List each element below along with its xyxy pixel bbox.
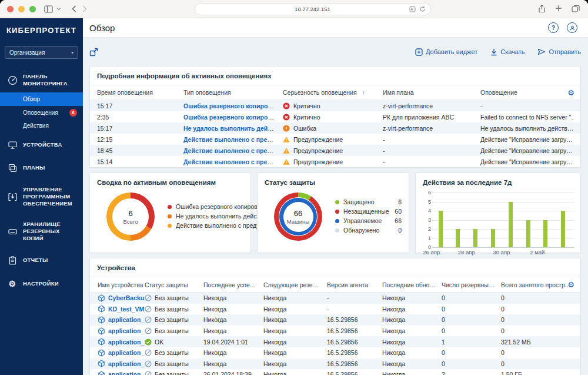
alert-type-link[interactable]: Действие выполнено с предупрежден...: [183, 158, 283, 165]
legend-dot: [168, 205, 172, 209]
table-settings-gear-icon[interactable]: ⚙: [567, 281, 574, 288]
help-icon[interactable]: ?: [548, 22, 559, 33]
reload-icon[interactable]: [419, 6, 426, 12]
alerts-table-header: Время оповещения Тип оповещения Серьезно…: [90, 85, 580, 100]
alert-type-link[interactable]: Ошибка резервного копирования: [183, 114, 283, 121]
device-name-link[interactable]: application_1064...: [108, 371, 145, 375]
column-alert-message[interactable]: Оповещение: [480, 89, 580, 96]
device-row[interactable]: application_1010...OK19.04.2024 1:01Нико…: [90, 336, 580, 347]
bar: [491, 229, 495, 247]
address-bar[interactable]: 10.77.242.151: [195, 3, 431, 15]
organization-selector[interactable]: Организация ▾: [5, 46, 78, 59]
column-backups-count[interactable]: Число резервных копий: [442, 281, 501, 288]
device-next-backup: Никогда: [263, 316, 327, 323]
device-name-link[interactable]: CyberBackup_Ag...: [108, 294, 145, 301]
alert-type-link[interactable]: Ошибка резервного копирования: [183, 102, 283, 109]
sidebar-item-backup-storage[interactable]: ХРАНИЛИЩЕ РЕЗЕРВНЫХ КОПИЙ: [0, 216, 83, 247]
column-alert-type[interactable]: Тип оповещения: [183, 89, 283, 96]
legend-label: Не удалось выполнить действ...: [176, 213, 268, 220]
device-row[interactable]: KD_test_VM_for_...Без защитыНикогдаНиког…: [90, 304, 580, 315]
column-plan-name[interactable]: Имя плана: [383, 89, 480, 96]
y-tick-label: 5: [428, 199, 431, 205]
alert-plan: -: [383, 136, 480, 143]
browser-forward-icon[interactable]: [82, 5, 87, 12]
alert-type-link[interactable]: Действие выполнено с предупрежден...: [183, 147, 283, 154]
widget-title: Действия за последние 7д: [416, 173, 580, 191]
column-next-backup[interactable]: Следующее резервно...: [263, 281, 327, 288]
device-name-link[interactable]: application_1011...: [108, 316, 145, 323]
column-agent-version[interactable]: Версия агента: [327, 281, 382, 288]
device-row[interactable]: application_1064...Без защиты26.01.2024 …: [90, 369, 580, 375]
device-name-link[interactable]: application_1064...: [108, 349, 145, 356]
reader-icon[interactable]: [409, 6, 416, 12]
reports-icon: [7, 255, 18, 266]
device-name-link[interactable]: KD_test_VM_for_...: [108, 306, 145, 313]
device-row[interactable]: CyberBackup_Ag...Без защитыНикогдаНикогд…: [90, 293, 580, 304]
device-row[interactable]: application_1064...Без защитыНикогдаНико…: [90, 347, 580, 359]
sidebar-item-overview[interactable]: Обзор: [0, 92, 83, 106]
device-name-link[interactable]: application_1011...: [108, 360, 145, 367]
device-row[interactable]: application_1011...Без защитыНикогдаНико…: [90, 314, 580, 326]
protection-legend-item: Управляемое66: [335, 217, 402, 224]
sidebar-item-plans[interactable]: ПЛАНЫ: [0, 158, 83, 178]
device-backups-count: 0: [442, 349, 501, 356]
alert-row[interactable]: 15:14Действие выполнено с предупрежден..…: [90, 156, 580, 167]
alert-type: Действие выполнено с предупрежден...: [183, 158, 283, 165]
device-name-link[interactable]: application_1011...: [108, 327, 145, 334]
device-name-link[interactable]: application_1010...: [108, 339, 145, 346]
column-last-update[interactable]: Последние обновлени...: [382, 281, 442, 288]
device-backups-count: 0: [442, 327, 501, 334]
alert-type-link[interactable]: Не удалось выполнить действие: [183, 125, 283, 132]
browser-back-icon[interactable]: [72, 5, 76, 12]
column-alert-severity[interactable]: Серьезность оповещения ↑: [283, 89, 383, 96]
column-last-backup[interactable]: Последнее успешное ...: [203, 281, 263, 288]
chevron-down-icon[interactable]: [56, 7, 61, 11]
sidebar-item-activities[interactable]: Действия: [0, 120, 83, 132]
alert-row[interactable]: 12:15Действие выполнено с предупрежден..…: [90, 134, 580, 145]
tab-overview-icon[interactable]: [572, 5, 580, 12]
device-agent-version: 16.5.29856: [327, 349, 382, 356]
alert-row[interactable]: 2:35Ошибка резервного копированияКритичн…: [90, 111, 580, 122]
sidebar-item-reports[interactable]: ОТЧЕТЫ: [0, 251, 83, 270]
device-row[interactable]: application_1011...Без защитыНикогдаНико…: [90, 326, 580, 337]
send-button[interactable]: Отправить: [537, 48, 581, 55]
sidebar-item-monitoring[interactable]: ПАНЕЛЬ МОНИТОРИНГА: [0, 68, 83, 92]
legend-value: 60: [390, 208, 402, 215]
device-row[interactable]: application_1011...Без защитыНикогдаНико…: [90, 359, 580, 370]
sidebar-item-devices[interactable]: УСТРОЙСТВА: [0, 135, 83, 155]
download-button[interactable]: Скачать: [490, 48, 524, 56]
plans-icon: [7, 163, 18, 173]
legend-value: 0: [393, 227, 402, 234]
column-alert-time[interactable]: Время оповещения: [90, 89, 183, 96]
new-tab-icon[interactable]: [555, 5, 562, 12]
bar: [473, 229, 477, 247]
bar: [439, 211, 443, 247]
column-protection-status[interactable]: Статус защиты: [145, 281, 203, 288]
alert-row[interactable]: 18:45Действие выполнено с предупрежден..…: [90, 145, 580, 156]
account-icon[interactable]: [567, 22, 577, 33]
sidebar-item-software-management[interactable]: УПРАВЛЕНИЕ ПРОГРАММНЫМ ОБЕСПЕЧЕНИЕМ: [0, 181, 83, 213]
add-widget-button[interactable]: Добавить виджет: [415, 48, 477, 56]
alert-type-link[interactable]: Действие выполнено с предупрежден...: [183, 136, 283, 143]
x-tick-label: 2 май: [530, 249, 544, 255]
window-zoom-button[interactable]: [29, 6, 36, 12]
software-download-icon: [7, 192, 18, 202]
window-close-button[interactable]: [7, 6, 14, 12]
alert-row[interactable]: 15:17Не удалось выполнить действиеОшибка…: [90, 122, 580, 134]
window-minimize-button[interactable]: [18, 6, 25, 12]
column-device-name[interactable]: Имя устройства: [90, 281, 145, 288]
popout-icon[interactable]: [89, 48, 98, 57]
share-icon[interactable]: [538, 5, 546, 13]
alert-plan: -: [383, 147, 480, 154]
device-status: Без защиты: [145, 360, 203, 367]
browser-sidebar-icon[interactable]: [44, 5, 53, 13]
alert-row[interactable]: 15:17Ошибка резервного копированияКритич…: [90, 100, 580, 111]
sidebar-item-settings[interactable]: ⚙ НАСТРОЙКИ: [0, 274, 83, 294]
no-protection-icon: [145, 306, 152, 313]
sidebar-item-alerts[interactable]: Оповещения 6: [0, 106, 83, 120]
device-last-backup: Никогда: [203, 327, 263, 334]
protection-status-widget: Статус защиты 66 Машины: [257, 172, 409, 253]
device-backups-count: 0: [442, 294, 501, 301]
dashboard-content: Добавить виджет Скачать Отправить Подроб…: [83, 38, 588, 375]
table-settings-gear-icon[interactable]: ⚙: [567, 89, 574, 97]
